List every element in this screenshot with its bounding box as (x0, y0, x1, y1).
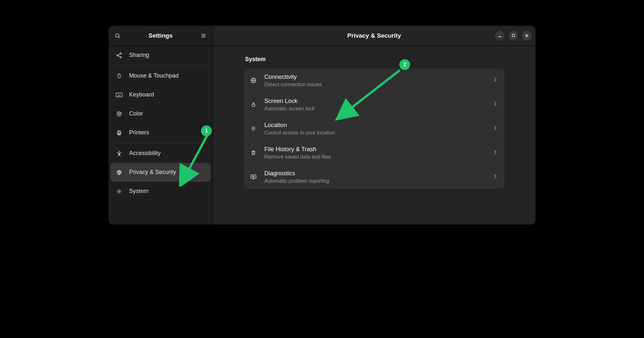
sidebar-item-mouse-touchpad[interactable]: Mouse & Touchpad (110, 66, 211, 85)
row-diagnostics[interactable]: Diagnostics Automatic problem reporting (244, 165, 505, 189)
mouse-icon (116, 73, 123, 79)
diagnostics-icon (250, 174, 257, 180)
close-button[interactable] (522, 31, 532, 41)
search-icon (115, 33, 120, 39)
svg-point-18 (117, 112, 121, 116)
window-controls (495, 26, 532, 45)
row-location[interactable]: Location Control access to your location (244, 116, 505, 141)
row-text: File History & Trash Remove saved data a… (264, 146, 487, 160)
annotation-badge-1: 1 (201, 125, 212, 136)
globe-icon (250, 77, 257, 84)
search-button[interactable] (113, 31, 122, 40)
hamburger-icon (201, 33, 206, 39)
row-text: Connectivity Detect connection issues (264, 73, 487, 87)
chevron-right-icon (494, 77, 497, 84)
svg-rect-22 (117, 132, 121, 134)
accessibility-icon (116, 150, 123, 157)
main-header: Privacy & Security (213, 26, 535, 46)
row-title: Location (264, 122, 487, 129)
sidebar-divider (114, 65, 207, 66)
svg-line-1 (118, 37, 119, 38)
hamburger-menu-button[interactable] (199, 31, 208, 40)
svg-rect-10 (118, 74, 120, 78)
settings-rows: Connectivity Detect connection issues Sc… (244, 69, 505, 189)
close-icon (525, 34, 529, 38)
row-connectivity[interactable]: Connectivity Detect connection issues (244, 69, 505, 92)
sidebar-item-label: Keyboard (129, 91, 154, 98)
svg-rect-30 (512, 34, 514, 37)
row-text: Diagnostics Automatic problem reporting (264, 170, 487, 184)
section-title: System (245, 56, 505, 63)
minimize-button[interactable] (495, 31, 505, 41)
svg-point-21 (119, 114, 119, 115)
svg-rect-12 (116, 93, 122, 97)
main-body: System Connectivity Detect connection is… (213, 46, 535, 224)
svg-point-5 (120, 53, 121, 54)
lock-icon (250, 101, 257, 108)
share-icon (116, 52, 123, 59)
svg-point-6 (117, 54, 118, 56)
svg-point-19 (118, 113, 118, 114)
sidebar-item-keyboard[interactable]: Keyboard (110, 85, 211, 104)
chevron-right-icon (494, 174, 497, 180)
row-title: Diagnostics (264, 170, 487, 177)
svg-rect-27 (119, 172, 120, 173)
row-title: Connectivity (264, 73, 487, 80)
sidebar-item-label: Sharing (129, 52, 149, 59)
row-subtitle: Control access to your location (264, 130, 487, 136)
svg-point-28 (118, 190, 120, 192)
svg-point-7 (120, 56, 121, 58)
page-title: Privacy & Security (347, 32, 401, 39)
sidebar-item-label: Printers (129, 129, 149, 136)
sidebar-title: Settings (148, 32, 173, 39)
maximize-button[interactable] (508, 31, 518, 41)
chevron-right-icon (494, 150, 497, 156)
chevron-right-icon (494, 125, 497, 132)
svg-point-37 (253, 128, 254, 129)
sidebar-item-system[interactable]: System (110, 182, 211, 201)
trash-icon (250, 150, 257, 156)
system-icon (116, 188, 123, 195)
sidebar-item-accessibility[interactable]: Accessibility (110, 144, 211, 163)
sidebar-item-color[interactable]: Color (110, 104, 211, 123)
sidebar-item-printers[interactable]: Printers (110, 123, 211, 142)
svg-point-25 (118, 151, 120, 152)
row-subtitle: Automatic problem reporting (264, 178, 487, 184)
row-text: Screen Lock Automatic screen lock (264, 97, 487, 112)
row-screen-lock[interactable]: Screen Lock Automatic screen lock (244, 92, 505, 116)
svg-point-0 (116, 34, 119, 37)
row-file-history-trash[interactable]: File History & Trash Remove saved data a… (244, 141, 505, 165)
sidebar-list: Sharing Mouse & Touchpad Keyboard Co (109, 46, 213, 224)
row-subtitle: Automatic screen lock (264, 106, 487, 112)
color-icon (116, 111, 123, 117)
sidebar-header: Settings (109, 26, 213, 46)
sidebar-item-label: System (129, 188, 148, 195)
row-text: Location Control access to your location (264, 122, 487, 136)
row-title: File History & Trash (264, 146, 487, 153)
svg-line-9 (118, 56, 120, 57)
minimize-icon (498, 34, 502, 38)
chevron-right-icon (494, 101, 497, 108)
sidebar-item-privacy-security[interactable]: Privacy & Security (110, 163, 211, 182)
sidebar: Settings Sharing Mouse & Touchpad (109, 26, 213, 224)
sidebar-divider (114, 143, 207, 143)
sidebar-item-label: Mouse & Touchpad (129, 72, 179, 79)
settings-window: Settings Sharing Mouse & Touchpad (109, 26, 535, 224)
svg-rect-36 (252, 104, 255, 106)
sidebar-item-label: Color (129, 110, 143, 117)
location-icon (250, 125, 257, 132)
privacy-icon (116, 169, 123, 176)
svg-point-20 (119, 113, 120, 114)
sidebar-item-label: Accessibility (129, 150, 161, 157)
row-subtitle: Detect connection issues (264, 82, 487, 87)
svg-line-8 (118, 54, 120, 55)
main-panel: Privacy & Security System (213, 26, 535, 224)
annotation-badge-2: 2 (399, 59, 410, 70)
row-subtitle: Remove saved data and files (264, 154, 487, 160)
row-title: Screen Lock (264, 97, 487, 105)
sidebar-item-sharing[interactable]: Sharing (110, 46, 211, 65)
keyboard-icon (116, 92, 123, 97)
svg-rect-23 (118, 131, 120, 132)
maximize-icon (512, 34, 515, 37)
printer-icon (116, 130, 123, 136)
